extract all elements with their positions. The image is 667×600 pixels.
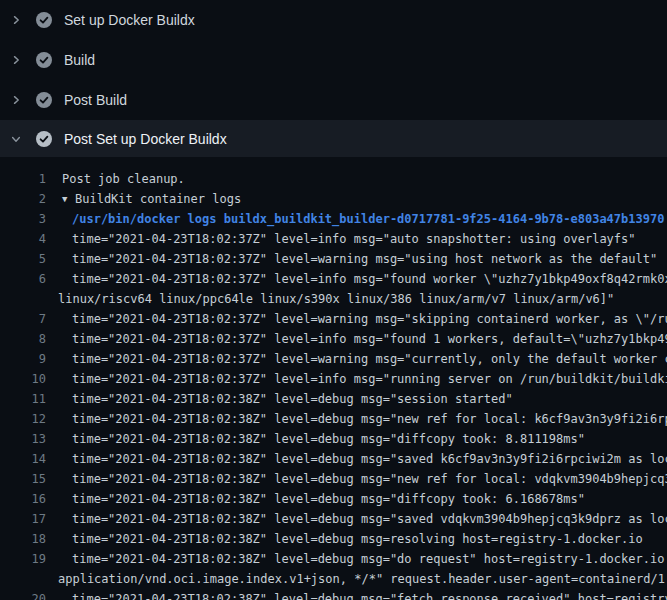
log-text: time="2021-04-23T18:02:38Z" level=debug …	[72, 489, 585, 509]
line-number[interactable]: 15	[0, 469, 46, 489]
check-circle-icon	[36, 52, 52, 68]
log-line: 17time="2021-04-23T18:02:38Z" level=debu…	[0, 509, 667, 529]
log-viewer: 1Post job cleanup.2▼BuildKit container l…	[0, 157, 667, 600]
line-number[interactable]: 2	[0, 189, 46, 209]
check-circle-icon	[36, 12, 52, 28]
chevron-down-icon	[10, 133, 22, 145]
log-text: time="2021-04-23T18:02:37Z" level=info m…	[72, 229, 636, 249]
line-number[interactable]: 5	[0, 249, 46, 269]
step-label: Set up Docker Buildx	[64, 12, 195, 28]
log-line: 13time="2021-04-23T18:02:38Z" level=debu…	[0, 429, 667, 449]
log-group-row[interactable]: 2▼BuildKit container logs	[0, 189, 667, 209]
step-label: Build	[64, 52, 95, 68]
line-number[interactable]: 16	[0, 489, 46, 509]
log-line: 12time="2021-04-23T18:02:38Z" level=debu…	[0, 409, 667, 429]
chevron-right-icon	[10, 94, 22, 106]
check-circle-icon	[36, 92, 52, 108]
log-text: time="2021-04-23T18:02:38Z" level=debug …	[72, 589, 667, 600]
log-line: 4time="2021-04-23T18:02:37Z" level=info …	[0, 229, 667, 249]
log-group-label: BuildKit container logs	[75, 192, 241, 206]
step-label: Post Set up Docker Buildx	[64, 131, 227, 147]
triangle-down-icon: ▼	[62, 189, 75, 209]
log-text: time="2021-04-23T18:02:38Z" level=debug …	[72, 409, 667, 429]
line-number[interactable]: 19	[0, 549, 46, 569]
line-number	[0, 569, 46, 589]
log-line: 9time="2021-04-23T18:02:37Z" level=warni…	[0, 349, 667, 369]
log-text: Post job cleanup.	[62, 169, 185, 189]
log-line: 15time="2021-04-23T18:02:38Z" level=debu…	[0, 469, 667, 489]
log-line: 20time="2021-04-23T18:02:38Z" level=debu…	[0, 589, 667, 600]
line-number[interactable]: 6	[0, 269, 46, 289]
log-line: 6time="2021-04-23T18:02:37Z" level=info …	[0, 269, 667, 289]
check-circle-icon	[36, 131, 52, 147]
line-number[interactable]: 8	[0, 329, 46, 349]
log-line: 14time="2021-04-23T18:02:38Z" level=debu…	[0, 449, 667, 469]
log-text: time="2021-04-23T18:02:38Z" level=debug …	[72, 469, 667, 489]
log-text: linux/riscv64 linux/ppc64le linux/s390x …	[58, 289, 614, 309]
log-line: 16time="2021-04-23T18:02:38Z" level=debu…	[0, 489, 667, 509]
line-number[interactable]: 1	[0, 169, 46, 189]
log-text: time="2021-04-23T18:02:38Z" level=debug …	[72, 549, 667, 569]
chevron-right-icon	[10, 14, 22, 26]
log-line: 19time="2021-04-23T18:02:38Z" level=debu…	[0, 549, 667, 569]
log-text: time="2021-04-23T18:02:37Z" level=warnin…	[72, 309, 667, 329]
line-number[interactable]: 7	[0, 309, 46, 329]
log-line: 8time="2021-04-23T18:02:37Z" level=info …	[0, 329, 667, 349]
log-line: 11time="2021-04-23T18:02:38Z" level=debu…	[0, 389, 667, 409]
log-text: time="2021-04-23T18:02:38Z" level=debug …	[72, 429, 585, 449]
line-number[interactable]: 11	[0, 389, 46, 409]
log-line: 1Post job cleanup.	[0, 169, 667, 189]
log-line: 5time="2021-04-23T18:02:37Z" level=warni…	[0, 249, 667, 269]
log-line: 18time="2021-04-23T18:02:38Z" level=debu…	[0, 529, 667, 549]
step-label: Post Build	[64, 92, 127, 108]
step-row-post-build[interactable]: Post Build	[0, 80, 667, 120]
log-text: time="2021-04-23T18:02:38Z" level=debug …	[72, 389, 513, 409]
line-number[interactable]: 4	[0, 229, 46, 249]
log-text: time="2021-04-23T18:02:37Z" level=warnin…	[72, 249, 657, 269]
line-number[interactable]: 9	[0, 349, 46, 369]
log-text: time="2021-04-23T18:02:37Z" level=info m…	[72, 329, 667, 349]
workflow-job-log-panel: Set up Docker Buildx Build P	[0, 0, 667, 600]
log-line: application/vnd.oci.image.index.v1+json,…	[0, 569, 667, 589]
log-text: time="2021-04-23T18:02:37Z" level=warnin…	[72, 349, 667, 369]
line-number[interactable]: 14	[0, 449, 46, 469]
line-number[interactable]: 18	[0, 529, 46, 549]
log-text: time="2021-04-23T18:02:38Z" level=debug …	[72, 529, 643, 549]
log-text: application/vnd.oci.image.index.v1+json,…	[58, 569, 667, 589]
step-row-post-set-up-docker-buildx[interactable]: Post Set up Docker Buildx	[0, 120, 667, 157]
log-line: 7time="2021-04-23T18:02:37Z" level=warni…	[0, 309, 667, 329]
log-text: time="2021-04-23T18:02:38Z" level=debug …	[72, 449, 667, 469]
log-group-text: ▼BuildKit container logs	[62, 189, 241, 209]
line-number	[0, 289, 46, 309]
log-line: 3/usr/bin/docker logs buildx_buildkit_bu…	[0, 209, 667, 229]
log-line: 10time="2021-04-23T18:02:37Z" level=info…	[0, 369, 667, 389]
line-number[interactable]: 12	[0, 409, 46, 429]
log-line: linux/riscv64 linux/ppc64le linux/s390x …	[0, 289, 667, 309]
line-number[interactable]: 3	[0, 209, 46, 229]
line-number[interactable]: 10	[0, 369, 46, 389]
chevron-right-icon	[10, 54, 22, 66]
step-row-set-up-docker-buildx[interactable]: Set up Docker Buildx	[0, 0, 667, 40]
line-number[interactable]: 17	[0, 509, 46, 529]
line-number[interactable]: 13	[0, 429, 46, 449]
log-command-text: /usr/bin/docker logs buildx_buildkit_bui…	[72, 209, 664, 229]
line-number[interactable]: 20	[0, 589, 46, 600]
log-text: time="2021-04-23T18:02:37Z" level=info m…	[72, 369, 667, 389]
step-list: Set up Docker Buildx Build P	[0, 0, 667, 157]
log-text: time="2021-04-23T18:02:37Z" level=info m…	[72, 269, 667, 289]
step-row-build[interactable]: Build	[0, 40, 667, 80]
log-text: time="2021-04-23T18:02:38Z" level=debug …	[72, 509, 667, 529]
